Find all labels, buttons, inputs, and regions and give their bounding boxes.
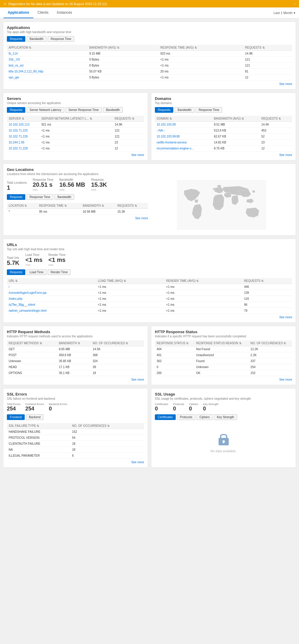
col-bandwidth-avg: BANDWIDTH (AVG) ⇅	[88, 45, 159, 51]
response-occurrences: 2.2K	[249, 352, 292, 358]
no-data-icon	[216, 432, 231, 447]
geo-response-time-label: Response Time	[33, 178, 53, 181]
url-load-time: <1 ms	[96, 290, 164, 296]
geo-bandwidth: 16.56 MB	[81, 209, 116, 215]
http-response-see-more[interactable]: See more	[155, 378, 292, 381]
col-requests: REQUESTS ⇅	[243, 45, 292, 51]
ssl-total-errors: Total Errors 254	[7, 403, 21, 412]
col-response-time-avg: RESPONSE TIME (AVG) ⇅	[159, 45, 243, 51]
servers-subtitle: Unique servers accessing the application	[7, 101, 144, 105]
url-load-time: <1 ms	[96, 284, 164, 290]
btn-domains-bandwidth[interactable]: Bandwidth	[175, 107, 194, 113]
applications-see-more[interactable]: See more	[7, 82, 292, 86]
table-row: /q79w_38jg__.shtml <1 ms <1 ms 96	[7, 302, 292, 308]
domain-bandwidth: 62.67 KB	[212, 134, 259, 140]
banner-arrow[interactable]: ›	[294, 2, 295, 6]
url-load-time: <1 ms	[96, 296, 164, 302]
btn-domains-response-time[interactable]: Response Time	[196, 107, 222, 113]
domain-name: recommendation-engine-s...	[155, 146, 212, 152]
domain-bandwidth: 8.75 KB	[212, 146, 259, 152]
geo-total-locations: Total Locations 1	[7, 181, 27, 191]
btn-urls-render-time[interactable]: Render Time	[48, 269, 71, 275]
url-requests: 139	[242, 290, 292, 296]
url-load-time: <1 ms	[96, 308, 164, 314]
request-bandwidth: 17.1 KB	[57, 364, 91, 370]
app-bandwidth: 55.07 KB	[88, 69, 159, 75]
geo-see-more[interactable]: See more	[7, 217, 148, 220]
urls-render-time: Render Time <1 ms max	[49, 253, 66, 266]
table-row: 200 OK 152	[155, 370, 292, 376]
request-bandwidth: 35.1 KB	[57, 370, 91, 376]
btn-geo-bandwidth[interactable]: Bandwidth	[54, 194, 74, 200]
http-request-title: HTTP Request Methods	[7, 330, 144, 334]
domains-subtitle: Top domains	[155, 101, 292, 105]
btn-ssl-certificates[interactable]: Certificates	[155, 414, 176, 420]
server-requests: 12	[113, 146, 144, 152]
urls-btn-group: Requests Load Time Render Time	[7, 269, 292, 275]
table-row: HANDSHAKE FAILURE 152	[7, 429, 144, 435]
time-selector[interactable]: Last 1 Month ▾	[273, 11, 295, 15]
ssl-backend-errors-value: 0	[49, 406, 67, 412]
request-occurrences: 18	[91, 370, 144, 376]
btn-ssl-protocols[interactable]: Protocols	[177, 414, 195, 420]
server-latency: <1 ms	[40, 140, 113, 146]
app-requests: 81	[243, 69, 292, 75]
col-server-requests: REQUESTS ⇅	[113, 116, 144, 122]
col-location: LOCATION ⇅	[7, 203, 37, 209]
btn-urls-requests[interactable]: Requests	[7, 269, 25, 275]
col-response-occurrences: NO. OF OCCURENCES ⇅	[249, 340, 292, 346]
chevron-down-icon: ▾	[294, 11, 295, 15]
btn-urls-load-time[interactable]: Load Time	[27, 269, 46, 275]
http-request-subtitle: Indicates HTTP request methods used to a…	[7, 335, 144, 338]
geo-requests-sub: total	[91, 188, 107, 191]
server-requests: 23	[113, 140, 144, 146]
btn-requests[interactable]: Requests	[7, 36, 25, 42]
ssl-usage-subtitle: SSL usage by certificates, protocols, ci…	[155, 397, 292, 400]
domain-name: 10.102.103.99:80	[155, 134, 212, 140]
response-reason: Unauthorized	[194, 352, 249, 358]
btn-geo-response-time[interactable]: Response Time	[27, 194, 53, 200]
request-occurrences: 39	[91, 364, 144, 370]
http-request-see-more[interactable]: See more	[7, 378, 144, 381]
ssl-certificates-value: 0	[155, 406, 168, 412]
btn-servers-requests[interactable]: Requests	[7, 107, 25, 113]
nav-bar: Applications Clients Instances Last 1 Mo…	[0, 7, 299, 18]
ssl-ciphers-value: 0	[189, 406, 198, 412]
col-application: APPLICATION ⇅	[7, 45, 88, 51]
btn-geo-requests[interactable]: Requests	[7, 194, 25, 200]
urls-render-time-label: Render Time	[49, 253, 66, 257]
btn-ssl-key-strength[interactable]: Key Strength	[214, 414, 237, 420]
urls-see-more[interactable]: See more	[7, 316, 292, 319]
btn-bandwidth[interactable]: Bandwidth	[27, 36, 46, 42]
server-latency: 921 ms	[40, 122, 113, 128]
tab-clients[interactable]: Clients	[33, 7, 53, 18]
tab-applications[interactable]: Applications	[4, 7, 33, 18]
tab-instances[interactable]: Instances	[53, 7, 76, 18]
btn-domains-requests[interactable]: Requests	[155, 107, 173, 113]
table-row: 401 Unauthorized 2.2K	[155, 352, 292, 358]
btn-ssl-backend[interactable]: Backend	[26, 414, 43, 420]
servers-see-more[interactable]: See more	[7, 153, 144, 157]
btn-server-response-time[interactable]: Server Response Time	[66, 107, 102, 113]
ssl-errors-see-more[interactable]: See more	[7, 461, 144, 464]
col-url-requests: REQUESTS ⇅	[242, 278, 292, 284]
btn-response-time[interactable]: Response Time	[48, 36, 74, 42]
btn-server-network-latency[interactable]: Server Network Latency	[27, 107, 64, 113]
btn-ssl-frontend[interactable]: Frontend	[7, 414, 25, 420]
domains-see-more[interactable]: See more	[155, 153, 292, 157]
table-row: 302 Found 337	[155, 358, 292, 364]
col-render-time-avg: RENDER TIME (AVG) ⇅	[164, 278, 242, 284]
table-row: /admin_ui/mas/ent/login.html <1 ms <1 ms…	[7, 308, 292, 314]
app-response-time: <1 ms	[159, 57, 243, 63]
btn-servers-bandwidth[interactable]: Bandwidth	[103, 107, 123, 113]
table-row: GET 8.65 MB 14.5K	[7, 346, 144, 352]
http-request-methods-card: HTTP Request Methods Indicates HTTP requ…	[3, 326, 148, 385]
ssl-errors-card: SSL Errors SSL failure on frontend and b…	[3, 388, 148, 468]
app-bandwidth: 0 Bytes	[88, 63, 159, 69]
col-geo-response-time: RESPONSE TIME ⇅	[37, 203, 81, 209]
urls-total-label: Total Urls	[7, 256, 19, 260]
http-response-table: RESPONSE STATUS ⇅ RESPONSE STATUS REASON…	[155, 340, 292, 376]
http-request-table: REQUEST METHODS ⇅ BANDWIDTH ⇅ NO. OF OCC…	[7, 340, 144, 376]
table-row: vpn_gw 0 Bytes <1 ms 12	[7, 75, 292, 81]
btn-ssl-ciphers[interactable]: Ciphers	[197, 414, 213, 420]
